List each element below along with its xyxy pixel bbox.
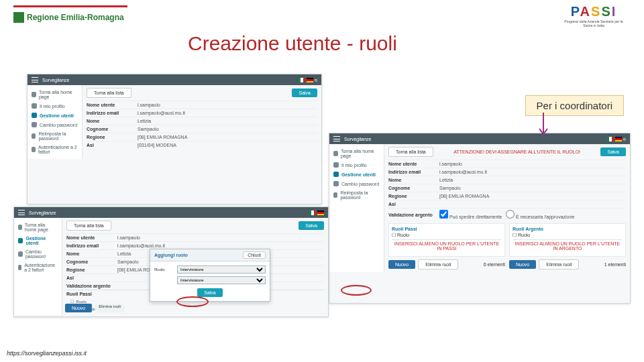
key-icon: [32, 122, 37, 127]
logo-square-icon: [13, 12, 24, 23]
new-role-button[interactable]: Nuovo: [65, 304, 92, 312]
app-panel-main: Sorveglianze ⎋ Torna alla home page Il m…: [27, 74, 322, 204]
delete-roles-button[interactable]: Elimina ruoli: [418, 259, 458, 269]
sidebar-item-home[interactable]: Torna alla home page: [14, 221, 62, 234]
delete-roles-button[interactable]: Elimina ruoli: [539, 259, 579, 269]
sidebar-item-2fa[interactable]: Autenticazione a 2 fattori: [28, 143, 82, 156]
flag-it-icon[interactable]: [607, 137, 614, 141]
users-icon: [32, 113, 37, 118]
back-button[interactable]: Torna alla lista: [388, 147, 433, 157]
home-icon: [32, 92, 36, 97]
sidebar-item-password[interactable]: Cambio password: [329, 179, 384, 188]
flag-de-icon[interactable]: [317, 210, 324, 215]
dialog-save-button[interactable]: Salva: [197, 288, 223, 297]
app-panel-warning: Sorveglianze ⎋ Torna alla home page Il m…: [329, 133, 631, 304]
hamburger-icon[interactable]: [333, 136, 340, 141]
checkbox-direct[interactable]: [439, 210, 448, 219]
footer-url: https://sorveglianzepassi.iss.it: [7, 350, 87, 357]
role-select-2[interactable]: Intervistatore: [177, 276, 266, 284]
add-role-dialog: Aggiungi ruolo Chiudi Ruolo Intervistato…: [150, 249, 270, 302]
save-button[interactable]: Salva: [292, 88, 317, 97]
sidebar-item-password[interactable]: Cambio password: [14, 247, 62, 261]
arrow-down-icon: [537, 113, 550, 139]
sidebar-item-2fa[interactable]: Autenticazione a 2 fattori: [14, 261, 62, 274]
logout-icon[interactable]: ⎋: [315, 78, 317, 82]
warning-text: ATTENZIONE! DEVI ASSEGNARE ALL'UTENTE IL…: [452, 148, 582, 156]
logo-regione: Regione Emilia-Romagna: [13, 5, 127, 25]
radio-approval[interactable]: [506, 210, 515, 219]
sidebar-item-users[interactable]: Gestione utenti: [28, 111, 82, 120]
save-button[interactable]: Salva: [299, 221, 324, 230]
sidebar-item-password[interactable]: Cambio password: [28, 120, 82, 129]
back-button[interactable]: Torna alla lista: [66, 221, 111, 231]
app-panel-dialog: Sorveglianze Torna alla home page Gestio…: [13, 206, 329, 317]
flag-it-icon[interactable]: [299, 78, 305, 82]
sidebar-item-reset[interactable]: Reimposta la password: [329, 188, 384, 202]
reset-icon: [32, 133, 36, 139]
user-icon: [32, 103, 37, 109]
sidebar-item-profile[interactable]: Il mio profilo: [329, 160, 384, 170]
sidebar-item-reset[interactable]: Reimposta la password: [28, 129, 82, 143]
hamburger-icon[interactable]: [32, 77, 38, 82]
role-select[interactable]: Intervistatore: [177, 265, 266, 274]
hamburger-icon[interactable]: [18, 210, 25, 215]
flag-de-icon[interactable]: [615, 137, 622, 141]
sidebar-item-users[interactable]: Gestione utenti: [329, 170, 384, 179]
sidebar-item-users[interactable]: Gestione utenti: [14, 234, 62, 247]
new-role-button[interactable]: Nuovo: [388, 260, 415, 269]
shield-icon: [32, 147, 36, 152]
new-role-button[interactable]: Nuovo: [509, 260, 536, 269]
save-button[interactable]: Salva: [600, 147, 626, 156]
sidebar-item-home[interactable]: Torna alla home page: [329, 147, 384, 160]
sidebar-item-profile[interactable]: Il mio profilo: [28, 101, 82, 111]
dialog-title: Aggiungi ruolo: [154, 253, 188, 257]
back-button[interactable]: Torna alla lista: [87, 88, 131, 98]
flag-it-icon[interactable]: [309, 210, 316, 215]
flag-de-icon[interactable]: [307, 78, 313, 82]
roles-passi-card: Ruoli Passi ☐ Ruolo INSERISCI ALMENO UN …: [388, 223, 505, 257]
logo-passi: PASSI Progressi delle Aziende Sanitarie …: [564, 4, 624, 27]
logout-icon[interactable]: ⎋: [623, 137, 626, 141]
slide-title: Creazione utente - ruoli: [188, 32, 397, 55]
sidebar-item-home[interactable]: Torna alla home page: [28, 88, 82, 101]
close-button[interactable]: Chiudi: [243, 251, 266, 259]
roles-argento-card: Ruoli Argento ☐ Ruolo INSERISCI ALMENO U…: [509, 223, 626, 257]
